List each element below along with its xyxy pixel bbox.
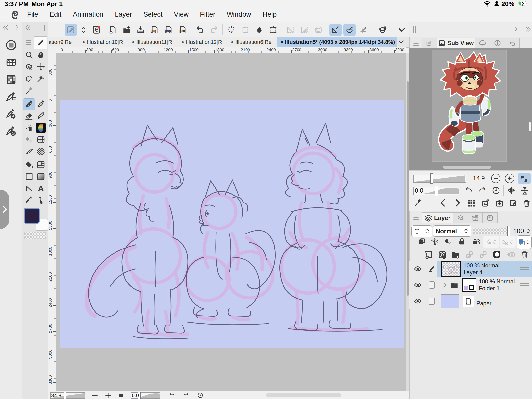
tool-move-layer[interactable] [35, 61, 47, 72]
clip-to-layer-below-button[interactable] [417, 237, 426, 247]
tool-tab-draw[interactable] [34, 36, 47, 49]
canvas-viewport[interactable] [56, 53, 406, 391]
timeline-palette-button[interactable] [5, 57, 17, 69]
canvas-page[interactable] [60, 100, 404, 348]
subview-open-image-button[interactable] [481, 199, 490, 209]
layer4-row-content[interactable]: 100 % Normal Layer 4 [437, 261, 532, 277]
tool-liquify[interactable] [35, 134, 47, 145]
subview-thumbnail-list-button[interactable] [467, 199, 476, 209]
reference-layer-button[interactable] [431, 237, 439, 247]
subview-camera-button[interactable] [495, 199, 504, 209]
snap-to-special-ruler-button[interactable] [343, 24, 356, 36]
toolbar-collapse-button[interactable] [396, 24, 408, 36]
tab-list-button[interactable] [397, 38, 405, 47]
menu-file[interactable]: File [27, 10, 38, 18]
folder1-visibility-toggle[interactable] [409, 277, 426, 293]
new-layer-folder-button[interactable] [451, 250, 460, 260]
subview-zoom-out-button[interactable] [491, 174, 500, 183]
sub-tool-detail-palette-button[interactable] [5, 91, 17, 103]
subview-prev-button[interactable] [438, 198, 448, 209]
undo-button[interactable] [194, 24, 206, 36]
tutorial-button[interactable] [376, 24, 389, 36]
tab-navigator[interactable] [422, 38, 437, 48]
touch-gesture-button[interactable] [65, 24, 77, 36]
expand-right-icon[interactable] [14, 24, 20, 31]
subview-menu-icon[interactable] [413, 41, 419, 47]
new-canvas-button[interactable] [106, 24, 119, 36]
subview-reset-rotation-button[interactable] [492, 186, 500, 196]
snap-line-button[interactable] [284, 24, 297, 36]
tab-illustration9[interactable]: ation9[Re [48, 37, 80, 47]
create-layer-mask-button[interactable] [492, 250, 501, 260]
tab-illustration6[interactable]: Illustration6[Re [228, 37, 278, 47]
brush-size-palette-button[interactable] [5, 126, 17, 138]
layer-row-folder1[interactable]: 100 % Normal Folder 1 [409, 277, 532, 293]
tool-operation-3d[interactable] [23, 61, 35, 72]
subview-zoom-handle[interactable] [430, 173, 433, 184]
save-button[interactable] [134, 24, 147, 36]
subview-rotate-cw-button[interactable] [478, 186, 487, 196]
snap-frame-button[interactable] [312, 24, 325, 36]
subview-flip-vertical-button[interactable] [520, 186, 529, 196]
collapse-toolbar-button[interactable] [77, 24, 90, 36]
opacity-stepper-icon[interactable] [526, 227, 531, 235]
collapse-palette-icon[interactable] [24, 24, 31, 31]
redo-button[interactable] [208, 24, 220, 36]
layer-color-button[interactable] [517, 235, 532, 249]
quick-access-palette-button[interactable] [5, 39, 17, 52]
enable-clipping-disabled-button[interactable] [483, 236, 499, 248]
reset-rotation-button[interactable] [197, 392, 204, 399]
zoom-slider-handle[interactable] [64, 392, 66, 399]
subview-next-button[interactable] [453, 198, 462, 209]
lock-transparent-pixels-button[interactable] [472, 237, 480, 247]
subview-zoom-in-button[interactable] [505, 174, 514, 183]
paper-thumbnail[interactable] [441, 294, 459, 308]
tool-pen-active[interactable] [23, 99, 35, 110]
tool-marker[interactable] [35, 110, 47, 122]
snap-to-grid-button[interactable] [357, 24, 370, 36]
tab-illustration5-active[interactable]: Illustration5* (4093 x 2894px 144dpi 34.… [277, 37, 397, 47]
export-psd-button[interactable]: psd [177, 24, 189, 36]
rotate-ccw-button[interactable] [169, 392, 176, 399]
paper-visibility-toggle[interactable] [409, 293, 426, 309]
layer4-thumbnail[interactable] [441, 261, 461, 277]
tab-layer[interactable]: Layer [422, 212, 453, 223]
subview-edit-button[interactable] [509, 199, 518, 209]
export-png-button[interactable]: png [163, 24, 175, 36]
tab-reference[interactable] [475, 38, 490, 48]
tab-illustration12[interactable]: Illustration12[R [178, 37, 228, 47]
menu-animation[interactable]: Animation [73, 10, 103, 18]
paper-checkbox[interactable] [426, 293, 437, 309]
merge-down-button[interactable] [479, 250, 488, 260]
tool-eraser[interactable] [23, 110, 35, 122]
transform-button[interactable] [267, 24, 280, 36]
subview-rotate-handle[interactable] [435, 186, 438, 196]
new-raster-layer-button[interactable] [424, 250, 433, 260]
tool-polyline[interactable] [23, 183, 35, 194]
tool-frame-border[interactable] [35, 159, 47, 170]
tool-eyedropper[interactable] [23, 85, 35, 97]
transparent-color-swatch[interactable] [24, 232, 46, 239]
canvas-vscrollbar[interactable] [406, 53, 410, 391]
command-bar-menu-button[interactable] [51, 24, 63, 36]
menu-layer[interactable]: Layer [115, 10, 132, 18]
clip-studio-button[interactable] [90, 24, 102, 36]
draft-layer-button[interactable] [443, 237, 452, 247]
quick-mask-button[interactable] [253, 24, 266, 36]
tab-illustration11[interactable]: Illustration11[R [129, 37, 179, 47]
layer-opacity-slider[interactable] [473, 228, 510, 234]
tool-text[interactable]: A [35, 183, 47, 194]
blend-mode-dropdown[interactable]: Normal [433, 225, 471, 237]
delete-layer-button[interactable] [520, 250, 529, 260]
snap-perspective-button[interactable] [298, 24, 311, 36]
tab-layer-property[interactable] [453, 212, 468, 223]
layer-thumbnail-size-stepper[interactable] [411, 225, 432, 237]
layer4-drag-handle[interactable] [520, 266, 529, 271]
subview-hscrollbar-thumb[interactable] [443, 166, 491, 169]
tool-property-palette-button[interactable] [5, 108, 17, 121]
subview-rotate-ccw-button[interactable] [465, 186, 473, 196]
tool-selection[interactable] [23, 73, 35, 84]
panel-grip-icon[interactable] [413, 26, 417, 33]
tool-airbrush[interactable] [23, 122, 35, 133]
layer4-visibility-toggle[interactable] [409, 261, 426, 277]
